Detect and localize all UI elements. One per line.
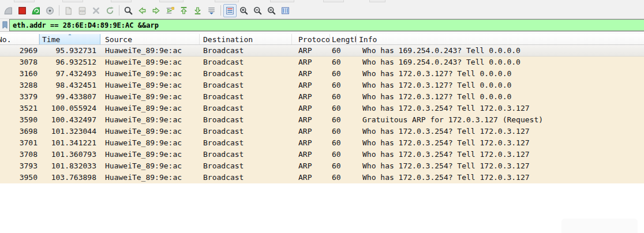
save-file-icon: 010	[77, 6, 87, 16]
cell-source: HuaweiTe_89:9e:ac	[100, 172, 200, 183]
cell-no: 3701	[0, 137, 39, 149]
cell-source: HuaweiTe_89:9e:ac	[100, 126, 200, 137]
cell-time: 103.763898	[39, 172, 100, 183]
colorize-packets-button[interactable]	[223, 4, 237, 17]
zoom-out-icon	[253, 6, 263, 16]
packet-row[interactable]: 3379 99.433807 HuaweiTe_89:9e:ac Broadca…	[0, 91, 644, 103]
go-to-packet-button[interactable]	[163, 4, 177, 17]
auto-scroll-button[interactable]	[205, 4, 218, 17]
zoom-normal-button[interactable]	[265, 4, 278, 17]
go-to-bottom-button[interactable]	[191, 4, 204, 17]
go-to-top-button[interactable]	[177, 4, 190, 17]
toolbar-separator	[119, 5, 119, 16]
column-header-length[interactable]: Length	[330, 34, 357, 44]
open-file-button[interactable]	[62, 4, 75, 17]
column-header-time[interactable]: ▲ Time	[39, 34, 100, 44]
find-packet-button[interactable]	[122, 4, 135, 17]
restart-capture-button[interactable]	[29, 4, 43, 17]
cell-length: 60	[330, 172, 357, 183]
packet-row[interactable]: 2969 95.932731 HuaweiTe_89:9e:ac Broadca…	[0, 45, 644, 57]
column-header-protocol[interactable]: Protocol	[292, 34, 330, 44]
packet-list: No. ▲ Time Source Destination Protocol L…	[0, 34, 644, 183]
cell-time: 101.360793	[39, 149, 100, 160]
column-header-info[interactable]: Info	[357, 34, 644, 44]
cell-time: 100.055924	[39, 103, 100, 114]
cell-source: HuaweiTe_89:9e:ac	[100, 91, 200, 103]
cell-time: 100.432497	[39, 114, 100, 126]
cell-info: Who has 172.0.3.254? Tell 172.0.3.127	[357, 149, 644, 160]
packet-row[interactable]: 3950 103.763898 HuaweiTe_89:9e:ac Broadc…	[0, 172, 644, 183]
packet-row[interactable]: 3708 101.360793 HuaweiTe_89:9e:ac Broadc…	[0, 149, 644, 160]
start-capture-button[interactable]	[2, 4, 15, 17]
go-to-packet-icon	[165, 6, 175, 16]
cell-protocol: ARP	[292, 57, 330, 68]
cell-length: 60	[330, 114, 357, 126]
packet-row[interactable]: 3078 96.932512 HuaweiTe_89:9e:ac Broadca…	[0, 57, 644, 68]
filter-bookmark-button[interactable]	[0, 19, 9, 31]
close-file-button[interactable]	[89, 4, 103, 17]
ghost-overlay-panel	[561, 219, 638, 233]
cell-source: HuaweiTe_89:9e:ac	[100, 80, 200, 91]
display-filter-input[interactable]: eth.addr == 28:6E:D4:89:9E:AC &&arp	[9, 19, 644, 31]
cell-no: 3698	[0, 126, 39, 137]
packet-row[interactable]: 3793 101.832033 HuaweiTe_89:9e:ac Broadc…	[0, 160, 644, 172]
cell-protocol: ARP	[292, 45, 330, 56]
cell-info: Who has 172.0.3.254? Tell 172.0.3.127	[357, 172, 644, 183]
cell-no: 3379	[0, 91, 39, 103]
column-header-source[interactable]: Source	[100, 34, 200, 44]
find-packet-icon	[123, 6, 133, 16]
column-header-destination[interactable]: Destination	[200, 34, 292, 44]
cell-length: 60	[330, 126, 357, 137]
stop-capture-button[interactable]	[16, 4, 29, 17]
cell-time: 96.932512	[39, 57, 100, 68]
packet-rows: 2969 95.932731 HuaweiTe_89:9e:ac Broadca…	[0, 45, 644, 183]
packet-row[interactable]: 3590 100.432497 HuaweiTe_89:9e:ac Broadc…	[0, 114, 644, 126]
go-back-button[interactable]	[136, 4, 149, 17]
save-file-button[interactable]: 010	[76, 4, 89, 17]
resize-columns-button[interactable]	[279, 4, 292, 17]
cell-info: Who has 172.0.3.127? Tell 0.0.0.0	[357, 91, 644, 103]
packet-row[interactable]: 3160 97.432493 HuaweiTe_89:9e:ac Broadca…	[0, 68, 644, 80]
cell-protocol: ARP	[292, 114, 330, 126]
cell-source: HuaweiTe_89:9e:ac	[100, 103, 200, 114]
packet-row[interactable]: 3701 101.341221 HuaweiTe_89:9e:ac Broadc…	[0, 137, 644, 149]
capture-options-button[interactable]	[43, 4, 57, 17]
cell-destination: Broadcast	[200, 103, 292, 114]
zoom-in-icon	[239, 6, 249, 16]
zoom-in-button[interactable]	[237, 4, 250, 17]
stop-capture-icon	[17, 6, 27, 16]
restart-capture-icon	[31, 6, 41, 16]
cell-destination: Broadcast	[200, 126, 292, 137]
close-file-icon	[91, 6, 101, 16]
cell-length: 60	[330, 45, 357, 56]
cell-no: 3708	[0, 149, 39, 160]
cell-protocol: ARP	[292, 103, 330, 114]
cell-destination: Broadcast	[200, 114, 292, 126]
packet-row[interactable]: 3698 101.323044 HuaweiTe_89:9e:ac Broadc…	[0, 126, 644, 137]
cell-info: Who has 172.0.3.254? Tell 172.0.3.127	[357, 160, 644, 172]
reload-file-button[interactable]	[103, 4, 117, 17]
cell-destination: Broadcast	[200, 68, 292, 80]
cell-destination: Broadcast	[200, 80, 292, 91]
cell-time: 101.341221	[39, 137, 100, 149]
cell-time: 95.932731	[39, 45, 100, 56]
cell-protocol: ARP	[292, 126, 330, 137]
cell-source: HuaweiTe_89:9e:ac	[100, 68, 200, 80]
cell-destination: Broadcast	[200, 137, 292, 149]
cell-length: 60	[330, 137, 357, 149]
cell-length: 60	[330, 149, 357, 160]
cell-length: 60	[330, 57, 357, 68]
colorize-packets-icon	[225, 6, 235, 16]
packet-row[interactable]: 3288 98.432451 HuaweiTe_89:9e:ac Broadca…	[0, 80, 644, 91]
cell-no: 3288	[0, 80, 39, 91]
reload-file-icon	[105, 6, 115, 16]
clipped-menu-bar	[0, 0, 644, 2]
column-header-no[interactable]: No.	[0, 34, 39, 44]
cell-protocol: ARP	[292, 149, 330, 160]
go-forward-icon	[151, 6, 161, 16]
packet-row[interactable]: 3521 100.055924 HuaweiTe_89:9e:ac Broadc…	[0, 103, 644, 114]
go-forward-button[interactable]	[149, 4, 163, 17]
open-file-icon	[63, 6, 73, 16]
start-capture-icon	[3, 6, 13, 16]
zoom-out-button[interactable]	[251, 4, 264, 17]
